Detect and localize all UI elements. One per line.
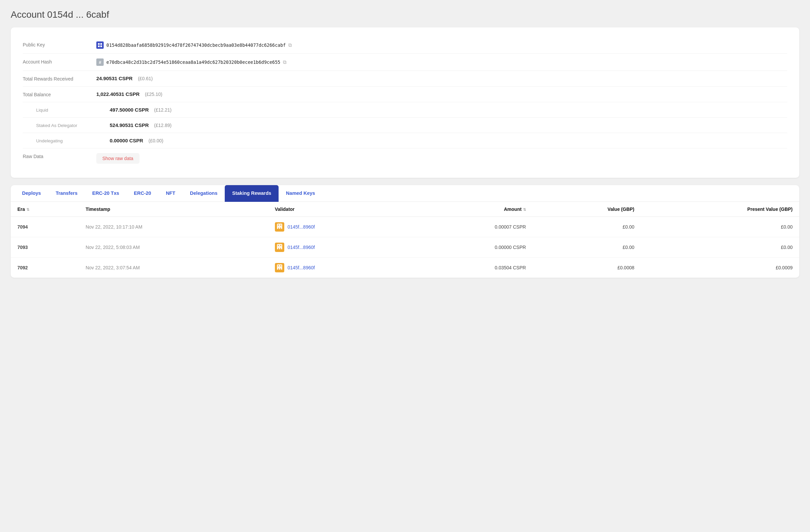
total-rewards-label: Total Rewards Received [23, 76, 96, 82]
svg-rect-21 [280, 265, 281, 266]
validator-icon [275, 243, 284, 252]
staking-rewards-table: Era⇅TimestampValidatorAmount⇅Value (GBP)… [11, 202, 799, 278]
sort-icon-era[interactable]: ⇅ [27, 207, 29, 212]
svg-rect-9 [279, 227, 280, 229]
validator-link[interactable]: 0145f...8960f [288, 245, 315, 250]
total-rewards-row: Total Rewards Received 24.90531 CSPR (£0… [23, 71, 787, 86]
present-value-gbp-cell: £0.00 [641, 237, 799, 257]
col-header-timestamp: Timestamp [79, 202, 268, 217]
svg-rect-2 [98, 46, 100, 47]
amount-cell: 0.00007 CSPR [412, 217, 533, 237]
svg-rect-8 [277, 227, 278, 229]
public-key-copy-icon[interactable]: ⧉ [288, 42, 292, 48]
staked-row: Staked As Delegator 524.90531 CSPR (£12.… [23, 118, 787, 133]
svg-rect-6 [278, 225, 279, 226]
public-key-label: Public Key [23, 41, 96, 48]
svg-rect-20 [278, 265, 279, 266]
total-rewards-gbp: (£0.61) [138, 76, 152, 81]
col-header-present_value_gbp: Present Value (GBP) [641, 202, 799, 217]
liquid-cspr: 497.50000 CSPR [110, 107, 149, 113]
tab-erc20txs[interactable]: ERC-20 Txs [85, 185, 127, 202]
validator-icon [275, 222, 284, 232]
col-header-validator: Validator [268, 202, 412, 217]
account-info-card: Public Key 0154d828baafa6858b92919c4d78f… [11, 28, 799, 178]
public-key-value: 0154d828baafa6858b92919c4d78f26747430dcb… [96, 41, 787, 49]
svg-rect-15 [277, 247, 278, 249]
validator-link[interactable]: 0145f...8960f [288, 224, 315, 230]
sort-icon-amount[interactable]: ⇅ [523, 207, 526, 212]
total-balance-value: 1,022.40531 CSPR (£25.10) [96, 91, 787, 97]
tabs-card: DeploysTransfersERC-20 TxsERC-20NFTDeleg… [11, 185, 799, 278]
show-raw-data-button[interactable]: Show raw data [96, 153, 140, 164]
validator-cell: 0145f...8960f [268, 217, 412, 237]
svg-rect-7 [280, 225, 281, 226]
table-row: 7094Nov 22, 2022, 10:17:10 AM 0145f...89… [11, 217, 799, 237]
era-cell: 7093 [11, 237, 79, 257]
validator-cell: 0145f...8960f [268, 257, 412, 278]
staked-gbp: (£12.89) [154, 123, 172, 128]
raw-data-value: Show raw data [96, 153, 787, 164]
tab-nft[interactable]: NFT [159, 185, 183, 202]
liquid-label: Liquid [36, 107, 110, 113]
undelegating-row: Undelegating 0.00000 CSPR (£0.00) [23, 133, 787, 148]
total-rewards-value: 24.90531 CSPR (£0.61) [96, 76, 787, 81]
staked-cspr: 524.90531 CSPR [110, 122, 149, 128]
tab-namedkeys[interactable]: Named Keys [279, 185, 322, 202]
undelegating-value: 0.00000 CSPR (£0.00) [110, 138, 787, 143]
svg-rect-0 [98, 43, 100, 45]
total-balance-gbp: (£25.10) [145, 92, 162, 97]
account-hash-copy-icon[interactable]: ⧉ [283, 59, 287, 65]
svg-rect-13 [278, 245, 279, 246]
col-header-amount[interactable]: Amount⇅ [412, 202, 533, 217]
value-gbp-cell: £0.00 [533, 237, 641, 257]
account-hash-full: e70dbca48c2d31bc2d754e51860ceaa8a1a49dc6… [106, 60, 280, 65]
page-title: Account 0154d ... 6cabf [11, 10, 799, 20]
account-label: Account [11, 10, 45, 20]
svg-rect-22 [277, 268, 278, 270]
liquid-row: Liquid 497.50000 CSPR (£12.21) [23, 102, 787, 118]
public-key-row: Public Key 0154d828baafa6858b92919c4d78f… [23, 37, 787, 54]
liquid-value: 497.50000 CSPR (£12.21) [110, 107, 787, 113]
timestamp-cell: Nov 22, 2022, 10:17:10 AM [79, 217, 268, 237]
value-gbp-cell: £0.0008 [533, 257, 641, 278]
hash-icon: # [96, 59, 104, 66]
table-row: 7092Nov 22, 2022, 3:07:54 AM 0145f...896… [11, 257, 799, 278]
svg-rect-17 [281, 247, 282, 249]
tab-delegations[interactable]: Delegations [183, 185, 225, 202]
svg-rect-23 [279, 268, 280, 270]
validator-icon [275, 263, 284, 272]
total-balance-cspr: 1,022.40531 CSPR [96, 91, 140, 97]
col-header-era[interactable]: Era⇅ [11, 202, 79, 217]
raw-data-row: Raw Data Show raw data [23, 148, 787, 168]
table-row: 7093Nov 22, 2022, 5:08:03 AM 0145f...896… [11, 237, 799, 257]
present-value-gbp-cell: £0.00 [641, 217, 799, 237]
era-cell: 7094 [11, 217, 79, 237]
undelegating-cspr: 0.00000 CSPR [110, 138, 143, 143]
liquid-gbp: (£12.21) [154, 107, 172, 113]
svg-rect-24 [281, 268, 282, 270]
total-balance-row: Total Balance 1,022.40531 CSPR (£25.10) [23, 86, 787, 102]
tab-transfers[interactable]: Transfers [48, 185, 85, 202]
account-hash-value: # e70dbca48c2d31bc2d754e51860ceaa8a1a49d… [96, 59, 787, 66]
svg-rect-16 [279, 247, 280, 249]
tab-deploys[interactable]: Deploys [15, 185, 48, 202]
account-hash-short: 0154d ... 6cabf [47, 10, 109, 20]
amount-cell: 0.03504 CSPR [412, 257, 533, 278]
timestamp-cell: Nov 22, 2022, 5:08:03 AM [79, 237, 268, 257]
svg-rect-14 [280, 245, 281, 246]
total-rewards-cspr: 24.90531 CSPR [96, 76, 132, 81]
public-key-icon [96, 41, 104, 49]
staked-value: 524.90531 CSPR (£12.89) [110, 122, 787, 128]
timestamp-cell: Nov 22, 2022, 3:07:54 AM [79, 257, 268, 278]
amount-cell: 0.00000 CSPR [412, 237, 533, 257]
svg-rect-3 [100, 46, 102, 47]
present-value-gbp-cell: £0.0009 [641, 257, 799, 278]
value-gbp-cell: £0.00 [533, 217, 641, 237]
undelegating-label: Undelegating [36, 138, 110, 143]
tabs-bar: DeploysTransfersERC-20 TxsERC-20NFTDeleg… [11, 185, 799, 202]
raw-data-label: Raw Data [23, 153, 96, 159]
tab-erc20[interactable]: ERC-20 [126, 185, 159, 202]
tab-staking[interactable]: Staking Rewards [225, 185, 279, 202]
validator-link[interactable]: 0145f...8960f [288, 265, 315, 270]
era-cell: 7092 [11, 257, 79, 278]
